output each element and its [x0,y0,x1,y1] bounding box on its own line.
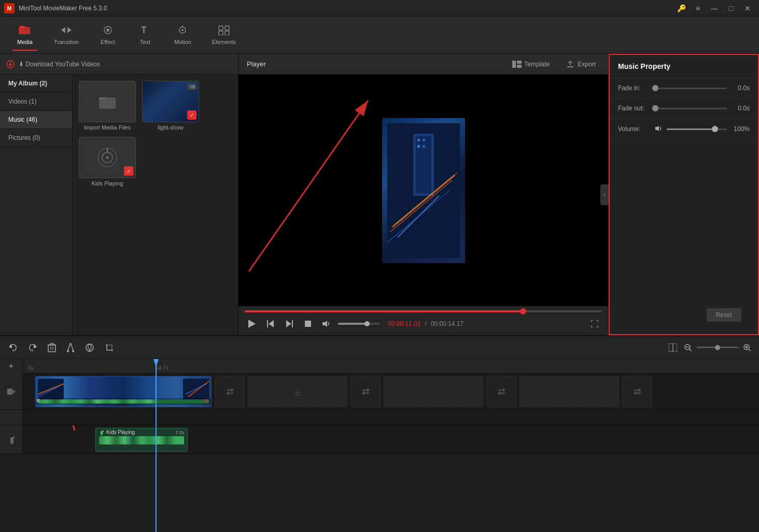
svg-marker-37 [248,320,256,328]
timeline-inner: + 0s 14.7s [0,359,759,532]
svg-rect-68 [7,389,12,395]
stop-btn[interactable] [301,317,315,331]
toolbar-motion[interactable]: Motion [166,20,200,51]
sidebar-item-videos[interactable]: Videos (1) [0,93,72,111]
toolbar-effect[interactable]: Effect [91,20,124,51]
svg-rect-13 [225,31,229,35]
import-thumb [79,81,136,122]
bottom-section: + 0s 14.7s [0,335,759,532]
volume-property-handle[interactable] [712,126,718,132]
toolbar-media[interactable]: Media [8,20,41,51]
player-actions: Template Export [508,58,600,70]
zoom-in-btn[interactable] [741,342,753,353]
album-header: My Album (2) [0,75,72,93]
audio-waveform [38,399,209,404]
prev-btn[interactable] [263,317,278,331]
fade-in-slider[interactable] [655,88,727,89]
fade-in-label: Fade in: [618,84,649,92]
close-btn[interactable]: ✕ [740,2,755,15]
volume-row: Volume: 100% [610,119,758,140]
volume-property-slider[interactable] [667,128,727,130]
time-separator: / [425,320,426,327]
current-time: 00:00:11.01 [388,320,420,327]
redo-btn[interactable] [26,341,39,354]
fade-in-handle[interactable] [652,85,658,91]
video-clip[interactable]: ✕ [35,376,212,407]
volume-fill [338,323,367,325]
svg-marker-41 [286,320,291,327]
next-btn[interactable] [282,317,297,331]
maximize-btn[interactable]: □ [724,2,738,15]
svg-line-79 [33,425,75,430]
effect-label: Effect [101,39,115,45]
svg-marker-43 [322,321,327,327]
empty-slot-2 [384,376,483,407]
delete-btn[interactable] [46,341,58,354]
add-track-btn[interactable]: + [7,360,16,373]
speaker-icon [655,125,663,133]
svg-rect-12 [219,31,223,35]
svg-rect-33 [417,145,420,148]
toolbar-text[interactable]: T Text [129,20,162,51]
toolbar-elements[interactable]: Elements [204,20,244,51]
panel-toggle[interactable]: › [600,184,609,205]
progress-bar[interactable] [245,310,602,312]
progress-handle[interactable] [520,308,526,314]
playhead[interactable] [156,359,157,532]
reset-button[interactable]: Reset [707,308,741,322]
transition-slot-4[interactable]: ⇄ [622,376,652,407]
svg-rect-20 [517,61,522,64]
menu-btn[interactable]: ≡ [691,2,705,15]
sidebar-item-music[interactable]: Music (46) [0,111,72,129]
empty-track-label [0,410,23,425]
transition-slot-1[interactable]: ⇄ [215,376,245,407]
zoom-out-btn[interactable] [682,342,694,353]
music-track-content: Kids Playing 7.2s [23,425,759,454]
sidebar-item-pictures[interactable]: Pictures (0) [0,129,72,147]
key-icon-btn[interactable]: 🔑 [674,2,688,15]
empty-track-content [23,410,759,425]
crop-btn[interactable] [103,341,116,354]
timeline-area[interactable]: + 0s 14.7s [0,359,759,532]
zoom-handle[interactable] [715,345,720,350]
fade-out-slider[interactable] [655,108,727,109]
effect-icon [102,25,114,37]
lightshow-label: light-show [158,124,184,131]
audio-btn[interactable] [83,341,96,354]
svg-rect-34 [423,145,425,148]
fullscreen-btn[interactable] [587,317,602,331]
download-icon [6,60,15,68]
timeline-zoom-slider[interactable] [697,347,738,348]
import-label: Import Media Files [84,124,131,131]
transition-label: Transition [54,39,79,45]
download-bar[interactable]: ⬇ Download YouTube Videos [0,54,238,75]
toolbar-transition[interactable]: Transition [46,20,87,51]
motion-icon [176,25,189,37]
cut-btn[interactable] [64,341,77,354]
svg-rect-49 [50,343,53,345]
minimize-btn[interactable]: — [707,2,722,15]
template-btn[interactable]: Template [508,59,554,70]
transition-slot-3[interactable]: ⇄ [486,376,516,407]
import-media-item[interactable]: Import Media Files [79,81,136,131]
fade-out-handle[interactable] [652,105,658,111]
media-label: Media [17,39,33,45]
motion-label: Motion [174,39,191,45]
play-btn[interactable] [245,317,259,331]
clip-delete-btn[interactable]: ✕ [204,397,209,405]
transition-slot-2[interactable]: ⇄ [350,376,381,407]
lightshow-media-item[interactable]: 📹 ✓ light-show [142,81,199,131]
undo-btn[interactable] [6,341,20,354]
music-clip-name: Kids Playing [106,429,135,435]
volume-handle[interactable] [364,321,370,326]
volume-slider[interactable] [338,323,380,325]
export-btn[interactable]: Export [562,58,600,70]
elements-label: Elements [212,39,236,45]
kidsplaying-media-item[interactable]: ✓ Kids Playing [79,137,136,186]
player-header: Player Template Export [238,54,608,75]
music-clip[interactable]: Kids Playing 7.2s [95,428,188,452]
zoom-split-btn[interactable] [667,341,679,354]
player-controls: 00:00:11.01 / 00:00:14.17 [238,306,608,335]
volume-btn[interactable] [319,317,334,331]
volume-slider-fill [667,128,715,130]
